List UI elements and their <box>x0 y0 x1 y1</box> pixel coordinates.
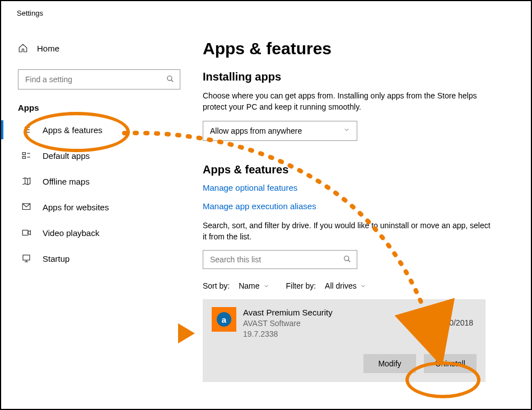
sidebar-item-startup[interactable]: Startup <box>18 246 180 271</box>
sidebar-item-default-apps[interactable]: Default apps <box>18 143 180 168</box>
sort-filter-bar: Sort by: Name Filter by: All drives <box>203 281 516 290</box>
sidebar-item-offline-maps[interactable]: Offline maps <box>18 168 180 194</box>
filter-value: All drives <box>325 281 357 290</box>
websites-icon <box>21 202 31 212</box>
settings-window: Settings Home Apps Apps & features <box>0 0 532 410</box>
map-icon <box>21 176 31 186</box>
modify-button[interactable]: Modify <box>363 354 416 373</box>
app-publisher: AVAST Software <box>243 318 333 329</box>
settings-search[interactable] <box>18 69 180 89</box>
sidebar-item-apps-features[interactable]: Apps & features <box>18 117 180 143</box>
page-title: Apps & features <box>203 39 516 58</box>
startup-icon <box>21 253 31 263</box>
app-meta: Avast Premium Security AVAST Software 19… <box>243 307 333 340</box>
video-icon <box>21 228 31 238</box>
sort-control[interactable]: Sort by: Name <box>203 281 269 290</box>
svg-point-0 <box>167 76 172 80</box>
dropdown-value: Allow apps from anywhere <box>210 126 302 135</box>
installing-desc: Choose where you can get apps from. Inst… <box>203 90 494 113</box>
app-name: Avast Premium Security <box>243 307 333 318</box>
svg-rect-17 <box>23 255 30 260</box>
sidebar: Home Apps Apps & features Default apps <box>1 29 192 409</box>
apps-search-input[interactable] <box>209 255 343 265</box>
apps-heading: Apps & features <box>203 163 516 176</box>
chevron-down-icon <box>360 283 366 289</box>
sidebar-item-label: Apps for websites <box>43 202 109 212</box>
chevron-down-icon <box>343 126 350 135</box>
sidebar-item-apps-websites[interactable]: Apps for websites <box>18 194 180 220</box>
defaults-icon <box>21 150 31 161</box>
sort-label: Sort by: <box>203 281 230 290</box>
app-version: 19.7.2338 <box>243 329 333 340</box>
nav-home-label: Home <box>37 44 59 53</box>
sidebar-item-label: Video playback <box>43 228 99 238</box>
svg-point-20 <box>344 256 349 260</box>
search-icon <box>343 255 351 265</box>
sidebar-item-label: Startup <box>43 254 69 263</box>
app-row-avast[interactable]: a Avast Premium Security AVAST Software … <box>203 299 486 382</box>
sidebar-item-label: Offline maps <box>43 177 90 186</box>
list-icon <box>21 125 31 135</box>
svg-rect-15 <box>22 230 28 235</box>
sidebar-item-label: Default apps <box>43 151 90 161</box>
sort-value: Name <box>239 281 259 290</box>
link-optional-features[interactable]: Manage optional features <box>203 183 516 192</box>
svg-line-1 <box>171 79 174 82</box>
sidebar-item-video-playback[interactable]: Video playback <box>18 220 180 246</box>
avast-icon: a <box>212 307 236 332</box>
apps-desc: Search, sort, and filter by drive. If yo… <box>203 220 494 243</box>
install-source-dropdown[interactable]: Allow apps from anywhere <box>203 121 357 141</box>
app-date: 0/2018 <box>449 318 473 327</box>
nav-home[interactable]: Home <box>18 35 180 62</box>
uninstall-button[interactable]: Uninstall <box>424 354 477 373</box>
sidebar-section: Apps <box>18 103 180 112</box>
svg-rect-9 <box>22 157 25 159</box>
installing-heading: Installing apps <box>203 70 516 83</box>
sidebar-item-label: Apps & features <box>43 125 102 135</box>
link-execution-aliases[interactable]: Manage app execution aliases <box>203 201 516 211</box>
chevron-down-icon <box>263 283 269 289</box>
svg-line-21 <box>348 260 351 262</box>
main-content: Apps & features Installing apps Choose w… <box>203 39 516 382</box>
home-icon <box>18 43 28 53</box>
window-title: Settings <box>17 9 43 17</box>
filter-control[interactable]: Filter by: All drives <box>286 281 366 290</box>
search-icon <box>166 75 174 84</box>
settings-search-input[interactable] <box>24 74 166 84</box>
svg-rect-8 <box>22 153 25 155</box>
svg-marker-16 <box>28 230 31 235</box>
apps-search[interactable] <box>203 250 357 269</box>
filter-label: Filter by: <box>286 281 316 290</box>
